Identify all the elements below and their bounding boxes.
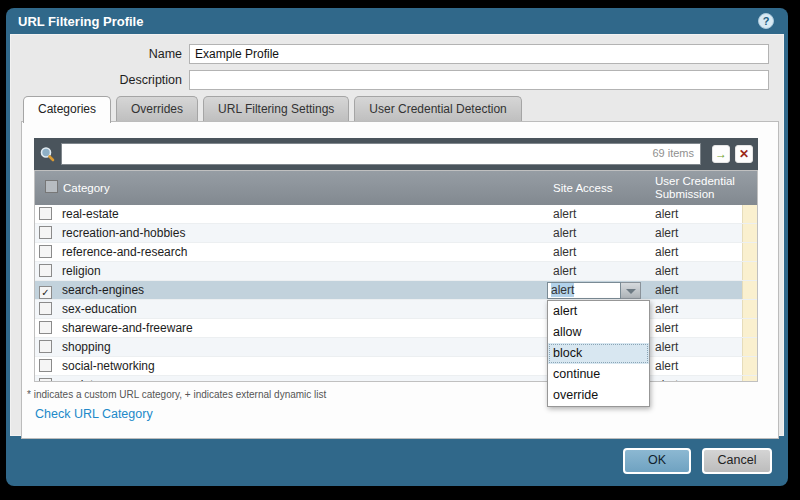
cancel-button[interactable]: Cancel [702,448,772,474]
row-checkbox[interactable] [39,359,52,372]
site-access-cell[interactable]: alert [547,281,649,299]
category-cell: social-networking [57,357,547,375]
tab-bar: Categories Overrides URL Filtering Setti… [23,96,527,121]
category-cell: shopping [57,338,547,356]
site-access-cell[interactable]: alert [547,262,649,280]
row-checkbox[interactable] [39,321,52,334]
check-url-category-link[interactable]: Check URL Category [35,407,153,421]
user-credential-cell[interactable]: alert [649,281,742,299]
site-access-cell[interactable]: alert [547,224,649,242]
scrollbar-track[interactable] [742,376,757,382]
tab-overrides[interactable]: Overrides [116,96,198,121]
scrollbar-track[interactable] [742,224,757,242]
table-row[interactable]: ✓search-enginesalertalert [35,281,757,300]
apply-filter-icon[interactable]: → [712,145,730,163]
dropdown-option-override[interactable]: override [548,385,649,406]
user-credential-cell[interactable]: alert [649,357,742,375]
combobox-selected-text: alert [551,283,574,297]
header-site-access: Site Access [547,182,649,195]
dropdown-option-block[interactable]: block [548,343,649,364]
dialog-content: Name Description Categories Overrides UR… [10,34,784,436]
name-input[interactable] [189,44,769,64]
scrollbar-track[interactable] [742,319,757,337]
user-credential-cell[interactable]: alert [649,224,742,242]
combobox-arrow-icon[interactable] [621,282,641,299]
category-cell: sex-education [57,300,547,318]
row-checkbox[interactable] [39,302,52,315]
scrollbar-track[interactable] [742,338,757,356]
category-cell: reference-and-research [57,243,547,261]
ok-button[interactable]: OK [623,448,691,474]
url-filtering-profile-dialog: URL Filtering Profile ? Name Description… [6,8,788,486]
scrollbar-track[interactable] [742,300,757,318]
table-row[interactable]: reference-and-researchalertalert [35,243,757,262]
combobox-value[interactable]: alert [547,282,621,299]
filter-toolbar: 69 items → ✕ [34,138,758,170]
site-access-cell[interactable]: alert [547,205,649,223]
user-credential-cell[interactable]: alert [649,376,742,382]
site-access-combobox[interactable]: alert [547,282,649,299]
row-checkbox[interactable] [39,207,52,220]
user-credential-cell[interactable]: alert [649,319,742,337]
dropdown-option-continue[interactable]: continue [548,364,649,385]
category-cell: shareware-and-freeware [57,319,547,337]
description-input[interactable] [189,70,769,90]
category-cell: real-estate [57,205,547,223]
table-row[interactable]: recreation-and-hobbiesalertalert [35,224,757,243]
user-credential-cell[interactable]: alert [649,262,742,280]
row-checkbox[interactable] [39,245,52,258]
scrollbar-track[interactable] [742,243,757,261]
row-checkbox[interactable]: ✓ [39,286,52,299]
footnote: * indicates a custom URL category, + ind… [27,389,326,400]
name-label: Name [11,47,189,61]
dialog-titlebar: URL Filtering Profile ? [6,8,788,34]
tab-categories[interactable]: Categories [23,96,111,123]
table-row[interactable]: real-estatealertalert [35,205,757,224]
description-label: Description [11,73,189,87]
user-credential-cell[interactable]: alert [649,300,742,318]
scrollbar-track[interactable] [742,205,757,223]
category-cell: religion [57,262,547,280]
categories-tab-panel: 69 items → ✕ Category Site Access User C… [21,121,779,439]
row-checkbox[interactable] [39,226,52,239]
dropdown-option-allow[interactable]: allow [548,322,649,343]
dropdown-option-alert[interactable]: alert [548,301,649,322]
site-access-dropdown: alertallowblockcontinueoverride [547,300,650,407]
category-cell: search-engines [57,281,547,299]
category-cell: recreation-and-hobbies [57,224,547,242]
user-credential-cell[interactable]: alert [649,338,742,356]
scrollbar-track[interactable] [742,262,757,280]
row-checkbox[interactable] [39,378,52,382]
search-input[interactable] [61,143,701,165]
clear-filter-icon[interactable]: ✕ [735,145,753,163]
user-credential-cell[interactable]: alert [649,243,742,261]
row-checkbox[interactable] [39,264,52,277]
user-credential-cell[interactable]: alert [649,205,742,223]
dialog-title: URL Filtering Profile [18,14,143,29]
site-access-cell[interactable]: alert [547,243,649,261]
table-header-row: Category Site Access User Credential Sub… [35,171,757,205]
header-category: Category [57,182,547,195]
table-row[interactable]: religionalertalert [35,262,757,281]
scrollbar-track[interactable] [742,357,757,375]
dialog-footer: OK Cancel [623,448,772,474]
tab-url-filtering-settings[interactable]: URL Filtering Settings [203,96,349,121]
help-icon[interactable]: ? [758,13,774,29]
tab-user-credential-detection[interactable]: User Credential Detection [354,96,521,121]
category-cell: society [57,376,547,382]
header-user-credential: User Credential Submission [649,175,757,201]
items-count: 69 items [652,147,694,159]
search-field-wrap: 69 items [61,143,701,165]
row-checkbox[interactable] [39,340,52,353]
scrollbar-track[interactable] [742,281,757,299]
search-icon [39,146,56,163]
